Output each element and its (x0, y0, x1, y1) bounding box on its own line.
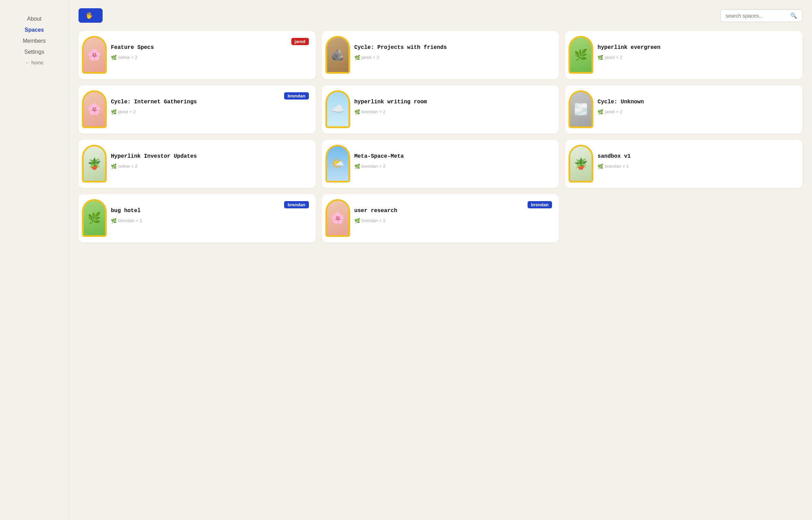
window-content: 🌤️ (325, 145, 350, 183)
space-card-hyperlink-investor[interactable]: 🪴 Hyperlink Investor Updates 🌿 celine + … (79, 140, 316, 188)
space-card-hyperlink-writing[interactable]: ☁️ hyperlink writing room 🌿 brendan + 2 (322, 85, 559, 134)
card-top: 🌸 Feature Specs 🌿 celine + 2 (82, 36, 311, 74)
space-card-cycle-unknown[interactable]: 🌫️ Cycle: Unknown 🌿 jared + 2 (565, 85, 802, 134)
card-top: 🪴 sandbox v1 🌿 brendan + 1 (569, 145, 798, 183)
add-space-button[interactable]: 🖐️ (79, 8, 103, 23)
card-image: 🪴 (82, 145, 107, 183)
card-image: 🌸 (325, 199, 350, 237)
card-content: Cycle: Projects with friends 🌿 jared + 2 (354, 36, 554, 60)
card-title: Cycle: Internet Gatherings (111, 98, 311, 106)
card-top: 🌿 hyperlink evergreen 🌿 jared + 2 (569, 36, 798, 74)
card-top: 🪨 Cycle: Projects with friends 🌿 jared +… (325, 36, 554, 74)
window-content: 🌸 (82, 36, 107, 74)
card-top: 🌸 Cycle: Internet Gatherings 🌿 jared + 2 (82, 90, 311, 129)
member-icon: 🌿 (354, 109, 360, 115)
sidebar-item-home[interactable]: ← home (6, 59, 63, 67)
member-icon: 🌿 (354, 55, 360, 60)
window-content: 🪴 (82, 145, 107, 183)
space-card-bug-hotel[interactable]: celinebrendan 🌿 bug hotel 🌿 brendan + 2 (79, 194, 316, 242)
card-members: 🌿 brendan + 2 (354, 106, 554, 115)
card-top: 🌿 bug hotel 🌿 brendan + 2 (82, 199, 311, 238)
window-content: 🌿 (569, 36, 593, 74)
card-members: 🌿 brendan + 1 (597, 160, 798, 169)
card-members: 🌿 brendan + 2 (111, 215, 311, 223)
space-card-sandbox-v1[interactable]: 🪴 sandbox v1 🌿 brendan + 1 (565, 140, 802, 188)
search-input[interactable] (726, 13, 788, 19)
window-bg: 🌿 (569, 36, 593, 74)
member-count: jared + 2 (118, 109, 136, 114)
card-image: ☁️ (325, 90, 350, 128)
card-content: Cycle: Internet Gatherings 🌿 jared + 2 (111, 90, 311, 115)
space-card-hyperlink-evergreen[interactable]: 🌿 hyperlink evergreen 🌿 jared + 2 (565, 31, 802, 79)
card-content: sandbox v1 🌿 brendan + 1 (597, 145, 798, 169)
sidebar-item-spaces[interactable]: Spaces (6, 25, 63, 34)
card-content: Feature Specs 🌿 celine + 2 (111, 36, 311, 60)
member-icon: 🌿 (597, 55, 603, 60)
window-bg: ☁️ (325, 90, 350, 128)
tag-brendan: brendan (284, 201, 309, 208)
tag-brendan: brendan (528, 201, 552, 208)
tag-brendan: brendan (284, 92, 309, 100)
card-title: user research (354, 207, 554, 215)
member-icon: 🌿 (111, 109, 117, 115)
window-bg: 🌸 (82, 36, 107, 74)
main-content: 🖐️ 🔍 jared 🌸 Feature Specs 🌿 celi (69, 0, 812, 520)
window-bg: 🌸 (325, 199, 350, 237)
card-members: 🌿 celine + 2 (111, 51, 311, 60)
window-bg: 🪴 (569, 145, 593, 183)
card-members: 🌿 jared + 2 (111, 106, 311, 115)
window-content: ☁️ (325, 90, 350, 128)
space-card-cycle-projects[interactable]: 🪨 Cycle: Projects with friends 🌿 jared +… (322, 31, 559, 79)
sidebar: About Spaces Members Settings ← home (0, 0, 69, 520)
window-bg: 🌤️ (325, 145, 350, 183)
card-content: user research 🌿 brendan + 2 (354, 199, 554, 223)
card-content: hyperlink evergreen 🌿 jared + 2 (597, 36, 798, 60)
space-card-feature-specs[interactable]: jared 🌸 Feature Specs 🌿 celine + 2 (79, 31, 316, 79)
tag-jared: jared (291, 38, 309, 45)
card-content: hyperlink writing room 🌿 brendan + 2 (354, 90, 554, 115)
card-content: Cycle: Unknown 🌿 jared + 2 (597, 90, 798, 115)
member-count: jared + 2 (605, 55, 622, 60)
card-content: Hyperlink Investor Updates 🌿 celine + 2 (111, 145, 311, 169)
card-title: Feature Specs (111, 44, 311, 51)
card-top: ☁️ hyperlink writing room 🌿 brendan + 2 (325, 90, 554, 129)
member-count: celine + 2 (118, 164, 137, 169)
window-content: 🌸 (82, 90, 107, 128)
search-box: 🔍 (720, 9, 802, 22)
member-icon: 🌿 (597, 164, 603, 169)
card-top: 🪴 Hyperlink Investor Updates 🌿 celine + … (82, 145, 311, 183)
card-content: Meta-Space-Meta 🌿 brendan + 2 (354, 145, 554, 169)
window-content: 🪨 (325, 36, 350, 74)
sidebar-item-members[interactable]: Members (6, 37, 63, 45)
space-card-cycle-internet[interactable]: brendan 🌸 Cycle: Internet Gatherings 🌿 j… (79, 85, 316, 134)
window-bg: 🪨 (325, 36, 350, 74)
card-image: 🪨 (325, 36, 350, 74)
member-icon: 🌿 (111, 164, 117, 169)
card-title: hyperlink evergreen (597, 44, 798, 51)
card-top: 🌸 user research 🌿 brendan + 2 (325, 199, 554, 238)
card-title: Meta-Space-Meta (354, 153, 554, 160)
card-top: 🌤️ Meta-Space-Meta 🌿 brendan + 2 (325, 145, 554, 183)
card-image: 🌿 (569, 36, 593, 74)
member-count: brendan + 1 (605, 164, 629, 169)
member-count: brendan + 2 (362, 109, 386, 114)
member-count: brendan + 2 (362, 218, 386, 223)
member-icon: 🌿 (597, 109, 603, 115)
card-image: 🌿 (82, 199, 107, 237)
space-card-user-research[interactable]: brendan 🌸 user research 🌿 brendan + 2 (322, 194, 559, 242)
window-content: 🪴 (569, 145, 593, 183)
member-icon: 🌿 (354, 164, 360, 169)
sidebar-item-about[interactable]: About (6, 14, 63, 23)
search-icon: 🔍 (790, 12, 797, 19)
window-content: 🌸 (325, 199, 350, 237)
card-members: 🌿 celine + 2 (111, 160, 311, 169)
sidebar-item-settings[interactable]: Settings (6, 48, 63, 56)
card-title: Cycle: Projects with friends (354, 44, 554, 51)
card-image: 🌫️ (569, 90, 593, 128)
member-count: brendan + 2 (118, 218, 142, 223)
space-card-meta-space[interactable]: 🌤️ Meta-Space-Meta 🌿 brendan + 2 (322, 140, 559, 188)
card-top: 🌫️ Cycle: Unknown 🌿 jared + 2 (569, 90, 798, 129)
header: 🖐️ 🔍 (79, 8, 802, 23)
window-bg: 🌸 (82, 90, 107, 128)
member-count: jared + 2 (605, 109, 622, 114)
